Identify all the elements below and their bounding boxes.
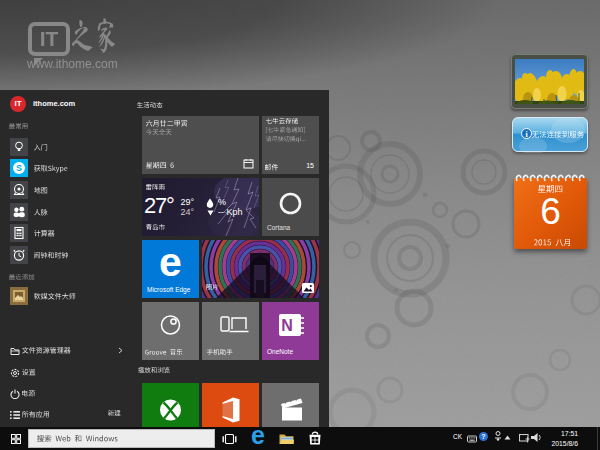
svg-text:S: S (16, 163, 22, 173)
svg-text:N: N (281, 317, 293, 334)
